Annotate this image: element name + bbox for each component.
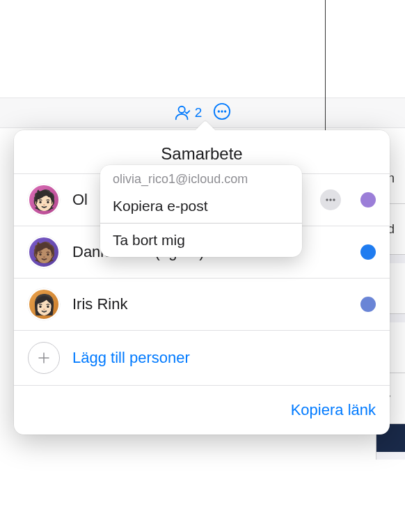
avatar: 👩🏻 <box>28 288 60 320</box>
participant-row[interactable]: 👩🏻 Iris Rink <box>14 278 390 330</box>
svg-point-2 <box>218 110 220 112</box>
remove-me-item[interactable]: Ta bort mig <box>100 224 302 257</box>
context-email: olivia_rico1@icloud.com <box>100 165 302 189</box>
popover-footer: Kopiera länk <box>14 385 390 435</box>
add-people-label: Lägg till personer <box>72 349 190 367</box>
color-indicator <box>360 244 376 260</box>
copy-link-button[interactable]: Kopiera länk <box>291 401 376 419</box>
svg-point-0 <box>178 107 184 113</box>
copy-email-item[interactable]: Kopiera e-post <box>100 189 302 223</box>
svg-point-7 <box>333 198 335 201</box>
ellipsis-circle-icon <box>213 102 231 120</box>
svg-point-4 <box>224 110 226 112</box>
plus-circle-icon <box>28 342 60 374</box>
person-check-icon <box>174 104 192 122</box>
more-toolbar-button[interactable] <box>213 102 231 123</box>
avatar: 🧑🏻 <box>28 184 60 216</box>
svg-point-3 <box>221 110 223 112</box>
svg-point-5 <box>326 198 328 201</box>
color-indicator <box>360 297 376 312</box>
participant-name: Iris Rink <box>72 295 341 313</box>
ellipsis-icon <box>324 194 337 206</box>
color-indicator <box>360 192 376 208</box>
more-button[interactable] <box>320 189 341 210</box>
avatar: 🧑🏽 <box>28 236 60 268</box>
share-count: 2 <box>195 105 202 120</box>
share-button[interactable]: 2 <box>174 104 202 122</box>
svg-point-6 <box>329 198 331 201</box>
add-people-button[interactable]: Lägg till personer <box>14 330 390 385</box>
context-menu: olivia_rico1@icloud.com Kopiera e-post T… <box>100 165 302 257</box>
